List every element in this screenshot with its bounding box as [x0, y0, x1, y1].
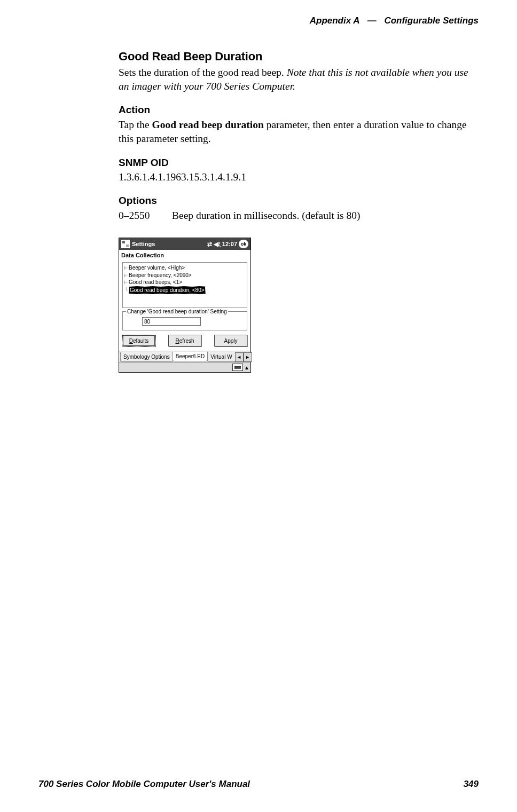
settings-tree[interactable]: ⊢Beeper volume, <High> ⊢Beeper frequency… — [122, 262, 247, 308]
footer-manual-title: 700 Series Color Mobile Computer User's … — [38, 778, 250, 791]
list-item[interactable]: ⊢Beeper volume, <High> — [124, 264, 246, 272]
header-title: Configurable Settings — [384, 15, 479, 26]
section-intro: Sets the duration of the good read beep.… — [119, 66, 479, 94]
intro-plain: Sets the duration of the good read beep. — [119, 67, 287, 78]
pda-bottom-bar: ▲ — [119, 362, 250, 372]
ok-button[interactable]: ok — [239, 240, 248, 248]
footer-page-number: 349 — [464, 778, 479, 791]
list-item[interactable]: ⊢Beeper frequency, <2090> — [124, 272, 246, 279]
start-icon[interactable] — [121, 240, 130, 248]
snmp-value: 1.3.6.1.4.1.1963.15.3.1.4.1.9.1 — [119, 170, 479, 184]
pda-screenshot: Settings ⇄ ◀ξ 12:07 ok Data Collection ⊢… — [119, 238, 479, 373]
list-item[interactable]: ⊢Good read beeps, <1> — [124, 279, 246, 286]
action-heading: Action — [119, 103, 479, 117]
options-range: 0–2550 — [119, 209, 172, 223]
header-separator: — — [362, 15, 382, 26]
tab-scroll-left[interactable]: ◄ — [235, 352, 244, 362]
refresh-button[interactable]: Refresh — [168, 335, 201, 346]
group-title: Change 'Good read beep duration' Setting — [126, 308, 228, 316]
duration-input[interactable] — [142, 317, 201, 326]
pda-titlebar: Settings ⇄ ◀ξ 12:07 ok — [119, 238, 250, 250]
pda-title: Settings — [132, 240, 207, 248]
pda-window: Settings ⇄ ◀ξ 12:07 ok Data Collection ⊢… — [119, 238, 251, 373]
tab-symbology-options[interactable]: Symbology Options — [120, 352, 173, 362]
action-text: Tap the Good read beep duration paramete… — [119, 118, 479, 146]
defaults-button[interactable]: Defaults — [122, 335, 155, 346]
volume-icon: ◀ξ — [214, 240, 221, 248]
options-heading: Options — [119, 194, 479, 208]
options-desc: Beep duration in milliseconds. (default … — [172, 209, 361, 223]
panel-title: Data Collection — [119, 250, 250, 261]
page-header: Appendix A — Configurable Settings — [38, 15, 479, 27]
keyboard-icon[interactable] — [232, 364, 243, 371]
list-item-selected[interactable]: └Good read beep duration, <80> — [124, 286, 246, 295]
tab-beeper-led[interactable]: Beeper/LED — [173, 352, 208, 362]
action-pre: Tap the — [119, 119, 152, 130]
clock-text: 12:07 — [222, 240, 237, 248]
change-setting-group: Change 'Good read beep duration' Setting — [122, 311, 247, 330]
section-title: Good Read Beep Duration — [119, 49, 479, 65]
page-footer: 700 Series Color Mobile Computer User's … — [38, 778, 479, 791]
snmp-heading: SNMP OID — [119, 156, 479, 170]
tab-scroll-right[interactable]: ► — [244, 352, 252, 362]
sip-up-icon[interactable]: ▲ — [244, 364, 249, 372]
tab-virtual-wedge[interactable]: Virtual W — [207, 352, 235, 362]
connectivity-icon: ⇄ — [207, 240, 212, 248]
options-row: 0–2550 Beep duration in milliseconds. (d… — [119, 209, 479, 223]
apply-button[interactable]: Apply — [214, 335, 247, 346]
tab-strip: Symbology Options Beeper/LED Virtual W ◄… — [119, 351, 250, 362]
header-appendix: Appendix A — [310, 15, 359, 26]
action-bold: Good read beep duration — [152, 119, 264, 130]
